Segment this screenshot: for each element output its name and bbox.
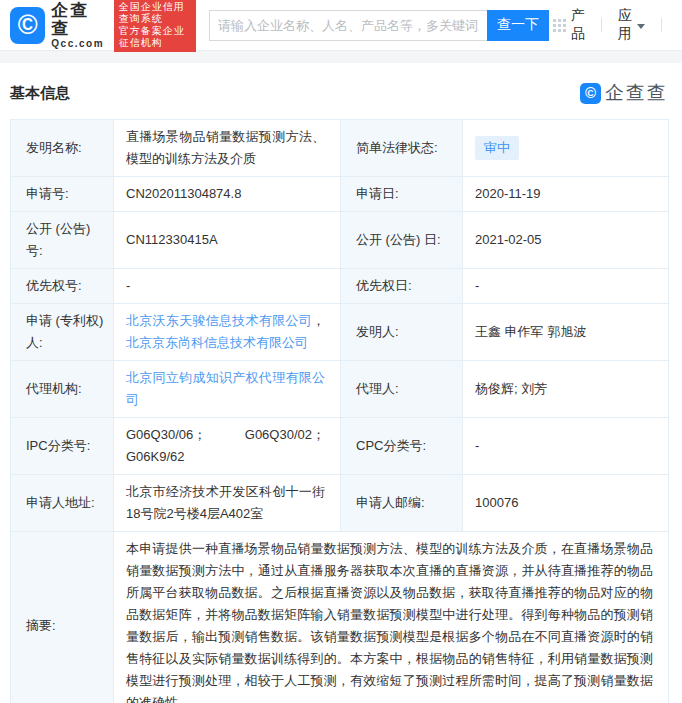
nav-separator xyxy=(661,18,662,32)
publication-date-value: 2021-02-05 xyxy=(463,212,669,269)
search-input[interactable] xyxy=(209,10,487,41)
basic-info-card: 基本信息 © 企查查 发明名称: 直播场景物品销量数据预测方法、模型的训练方法及… xyxy=(0,63,682,703)
publication-date-label: 公开 (公告) 日: xyxy=(341,212,463,269)
agency-label: 代理机构: xyxy=(11,361,114,418)
top-header: © 企查查 Qcc.com 全国企业信用查询系统 官方备案企业征信机构 查一下 xyxy=(0,0,682,51)
application-number-value: CN202011304874.8 xyxy=(114,177,341,212)
agency-link[interactable]: 北京同立钧成知识产权代理有限公司 xyxy=(126,370,325,407)
inventors-value: 王鑫 申作军 郭旭波 xyxy=(463,304,669,361)
qcc-watermark: © 企查查 xyxy=(580,80,668,106)
nav-separator xyxy=(601,18,602,32)
nav-apps-label: 应用 xyxy=(618,7,633,43)
cpc-value: - xyxy=(463,418,669,475)
page-title: 基本信息 xyxy=(10,84,70,103)
table-row: 申请人地址: 北京市经济技术开发区科创十一街18号院2号楼4层A402室 申请人… xyxy=(11,475,669,532)
applicant-address-value: 北京市经济技术开发区科创十一街18号院2号楼4层A402室 xyxy=(114,475,341,532)
grid-menu-icon xyxy=(553,19,566,32)
abstract-value: 本申请提供一种直播场景物品销量数据预测方法、模型的训练方法及介质，在直播场景物品… xyxy=(114,532,669,703)
application-date-label: 申请日: xyxy=(341,177,463,212)
table-row: IPC分类号: G06Q30/06； G06Q30/02； G06K9/62 C… xyxy=(11,418,669,475)
logo-domain: Qcc.com xyxy=(51,38,105,49)
application-number-label: 申请号: xyxy=(11,177,114,212)
application-date-value: 2020-11-19 xyxy=(463,177,669,212)
priority-number-value: - xyxy=(114,269,341,304)
gov-certification-badge: 全国企业信用查询系统 官方备案企业征信机构 xyxy=(114,0,196,52)
simple-legal-status-label: 简单法律状态: xyxy=(341,120,463,177)
table-row: 发明名称: 直播场景物品销量数据预测方法、模型的训练方法及介质 简单法律状态: … xyxy=(11,120,669,177)
table-row: 优先权号: - 优先权日: - xyxy=(11,269,669,304)
gov-badge-line2: 官方备案企业征信机构 xyxy=(119,25,191,49)
agents-value: 杨俊辉; 刘芳 xyxy=(463,361,669,418)
gov-badge-line1: 全国企业信用查询系统 xyxy=(119,1,191,25)
applicant-label: 申请 (专利权) 人: xyxy=(11,304,114,361)
cpc-label: CPC分类号: xyxy=(341,418,463,475)
abstract-label: 摘要: xyxy=(11,532,114,703)
inventors-label: 发明人: xyxy=(341,304,463,361)
applicant-separator: ， xyxy=(312,313,325,328)
ipc-label: IPC分类号: xyxy=(11,418,114,475)
publication-number-value: CN112330415A xyxy=(114,212,341,269)
agents-label: 代理人: xyxy=(341,361,463,418)
publication-number-label: 公开 (公告) 号: xyxy=(11,212,114,269)
table-row: 申请号: CN202011304874.8 申请日: 2020-11-19 xyxy=(11,177,669,212)
search-button[interactable]: 查一下 xyxy=(487,10,549,41)
priority-date-value: - xyxy=(463,269,669,304)
table-row: 公开 (公告) 号: CN112330415A 公开 (公告) 日: 2021-… xyxy=(11,212,669,269)
applicant-company-link-1[interactable]: 北京沃东天骏信息技术有限公司 xyxy=(126,313,312,328)
applicant-address-label: 申请人地址: xyxy=(11,475,114,532)
table-row: 申请 (专利权) 人: 北京沃东天骏信息技术有限公司，北京京东尚科信息技术有限公… xyxy=(11,304,669,361)
nav-apps[interactable]: 应用 xyxy=(614,7,650,43)
table-row: 摘要: 本申请提供一种直播场景物品销量数据预测方法、模型的训练方法及介质，在直播… xyxy=(11,532,669,703)
ipc-value: G06Q30/06； G06Q30/02； G06K9/62 xyxy=(114,418,341,475)
invention-name-label: 发明名称: xyxy=(11,120,114,177)
nav-products[interactable]: 产品 xyxy=(549,7,589,43)
qcc-logo[interactable]: © 企查查 Qcc.com xyxy=(10,2,106,49)
applicant-company-link-2[interactable]: 北京京东尚科信息技术有限公司 xyxy=(126,335,308,350)
nav-products-label: 产品 xyxy=(571,7,585,43)
applicant-zipcode-value: 100076 xyxy=(463,475,669,532)
chevron-down-icon xyxy=(637,24,645,29)
qcc-watermark-text: 企查查 xyxy=(605,80,668,106)
table-row: 代理机构: 北京同立钧成知识产权代理有限公司 代理人: 杨俊辉; 刘芳 xyxy=(11,361,669,418)
status-badge[interactable]: 审中 xyxy=(475,136,519,160)
patent-info-table: 发明名称: 直播场景物品销量数据预测方法、模型的训练方法及介质 简单法律状态: … xyxy=(10,119,669,703)
priority-number-label: 优先权号: xyxy=(11,269,114,304)
logo-name: 企查查 xyxy=(51,2,105,38)
qcc-watermark-icon: © xyxy=(580,83,601,104)
invention-name-value: 直播场景物品销量数据预测方法、模型的训练方法及介质 xyxy=(114,120,341,177)
applicant-zipcode-label: 申请人邮编: xyxy=(341,475,463,532)
priority-date-label: 优先权日: xyxy=(341,269,463,304)
qcc-logo-icon: © xyxy=(10,7,45,44)
